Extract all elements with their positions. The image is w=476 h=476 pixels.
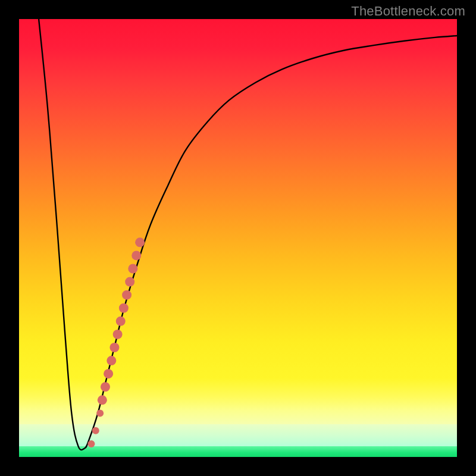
highlight-dot: [131, 250, 141, 260]
attribution-text: TheBottleneck.com: [351, 4, 465, 19]
highlight-dot: [101, 382, 110, 392]
chart-frame: TheBottleneck.com: [0, 0, 476, 476]
highlight-dot: [92, 427, 99, 434]
highlight-dot: [98, 395, 107, 405]
highlight-dot: [113, 330, 123, 339]
highlight-dot: [96, 409, 104, 416]
highlight-dot: [116, 317, 126, 326]
highlight-dot: [122, 290, 131, 300]
highlight-dot: [128, 264, 137, 274]
highlight-dot: [107, 356, 116, 365]
highlight-dot: [135, 237, 145, 247]
chart-svg: [19, 19, 457, 457]
highlight-dot: [104, 369, 113, 378]
highlight-dot: [119, 303, 129, 313]
plot-area: [19, 19, 457, 457]
highlight-dot: [125, 277, 134, 287]
highlight-dot: [87, 440, 95, 447]
highlight-dot: [109, 343, 119, 352]
